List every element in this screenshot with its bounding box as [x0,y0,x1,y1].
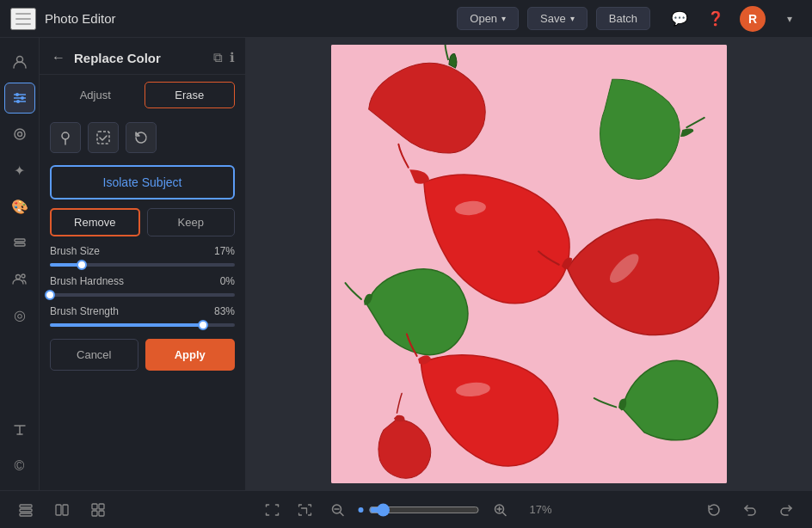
brush-size-value: 17% [214,245,235,257]
tabs: Adjust Erase [40,75,245,108]
view-icon-button[interactable] [4,119,35,150]
brush-size-label: Brush Size [50,245,100,257]
watermark-icon-button[interactable]: © [4,451,35,482]
save-button[interactable]: Save ▾ [527,7,587,30]
cancel-button[interactable]: Cancel [50,339,138,371]
bottom-bar: 17% [0,490,812,528]
crop-view-button[interactable] [293,498,317,522]
lasso-tool-button[interactable] [88,122,119,153]
save-label: Save [540,12,566,25]
svg-rect-27 [99,511,104,516]
open-chevron-icon: ▾ [501,14,506,23]
brush-strength-track [50,323,235,327]
bottom-right [702,498,798,522]
svg-rect-14 [97,132,109,144]
bottom-center: 17% [261,498,552,522]
brush-strength-label-row: Brush Strength 83% [50,305,235,317]
redo-button[interactable] [774,498,798,522]
svg-rect-24 [92,504,97,509]
brush-hardness-value: 0% [220,275,235,287]
canvas-area [246,38,812,490]
undo-button[interactable] [738,498,762,522]
svg-point-8 [17,132,22,137]
panel-title: Replace Color [74,51,206,65]
brush-strength-thumb[interactable] [198,320,208,330]
apply-button[interactable]: Apply [145,339,236,371]
brush-hardness-section: Brush Hardness 0% [50,275,235,297]
zoom-in-button[interactable] [489,498,513,522]
remove-button[interactable]: Remove [50,208,140,236]
app-title: Photo Editor [45,11,116,26]
brush-hardness-label-row: Brush Hardness 0% [50,275,235,287]
panel-header-icons: ⧉ ℹ [213,50,235,65]
panel-content: Isolate Subject Remove Keep Brush Size 1… [40,108,245,381]
svg-point-13 [62,132,69,139]
duplicate-icon-button[interactable]: ⧉ [213,50,223,65]
svg-rect-25 [99,504,104,509]
adjustments-icon-button[interactable] [4,83,35,114]
people-icon-button[interactable] [4,263,35,294]
brush-size-section: Brush Size 17% [50,245,235,267]
tab-adjust[interactable]: Adjust [50,82,141,108]
action-row: Cancel Apply [50,339,235,371]
brush-strength-section: Brush Strength 83% [50,305,235,327]
paint-icon-button[interactable]: 🎨 [4,191,35,222]
remove-keep-row: Remove Keep [50,208,235,236]
help-icon-button[interactable]: ❓ [704,7,728,31]
profile-icon-button[interactable] [4,46,35,77]
panel-header: ← Replace Color ⧉ ℹ [40,38,245,75]
isolate-subject-button[interactable]: Isolate Subject [50,165,235,200]
batch-button[interactable]: Batch [596,7,650,30]
brush-hardness-thumb[interactable] [45,290,55,300]
zoom-slider[interactable] [368,503,479,517]
tab-erase[interactable]: Erase [145,82,236,108]
chat-icon-button[interactable]: 💬 [667,7,692,31]
open-button[interactable]: Open ▾ [457,7,519,30]
grid-bottom-icon-button[interactable] [86,498,110,522]
expand-icon-button[interactable]: ▾ [778,7,802,31]
icon-bar: ✦ 🎨 ◎ © [0,38,40,490]
svg-rect-19 [20,505,32,507]
reset-tool-button[interactable] [126,122,157,153]
bottom-left [14,498,110,522]
brush-size-track [50,263,235,267]
open-label: Open [470,12,497,25]
svg-point-6 [16,100,20,103]
svg-rect-26 [92,511,97,516]
brush-hardness-track [50,293,235,297]
text-icon-button[interactable] [4,414,35,445]
svg-rect-23 [63,505,68,515]
avatar[interactable]: R [740,6,766,32]
brush-strength-label: Brush Strength [50,305,119,317]
svg-rect-20 [20,509,32,512]
brush-strength-fill [50,323,203,327]
layers-bottom-icon-button[interactable] [14,498,38,522]
effects-icon-button[interactable]: ◎ [4,299,35,330]
topbar: Photo Editor Open ▾ Save ▾ Batch 💬 ❓ R ▾ [0,0,812,38]
info-icon-button[interactable]: ℹ [230,50,235,65]
svg-point-4 [21,96,24,100]
magic-icon-button[interactable]: ✦ [4,155,35,186]
svg-point-2 [15,93,19,96]
brush-tool-button[interactable] [50,122,81,153]
zoom-slider-dot[interactable] [359,507,364,513]
save-chevron-icon: ▾ [570,14,575,23]
brush-size-label-row: Brush Size 17% [50,245,235,257]
brush-strength-value: 83% [214,305,235,317]
svg-rect-10 [15,243,25,246]
svg-point-11 [15,275,20,279]
svg-point-12 [22,274,25,278]
side-panel: ← Replace Color ⧉ ℹ Adjust Erase [40,38,246,490]
zoom-out-button[interactable] [326,498,350,522]
brush-hardness-label: Brush Hardness [50,275,124,287]
fit-view-button[interactable] [261,498,285,522]
layers-icon-button[interactable] [4,227,35,258]
svg-rect-22 [56,505,61,515]
undo-history-button[interactable] [702,498,726,522]
hamburger-menu[interactable] [10,8,36,30]
compare-bottom-icon-button[interactable] [50,498,74,522]
back-button[interactable]: ← [50,48,67,67]
keep-button[interactable]: Keep [147,208,236,236]
brush-size-thumb[interactable] [77,260,87,270]
svg-rect-9 [15,239,25,242]
